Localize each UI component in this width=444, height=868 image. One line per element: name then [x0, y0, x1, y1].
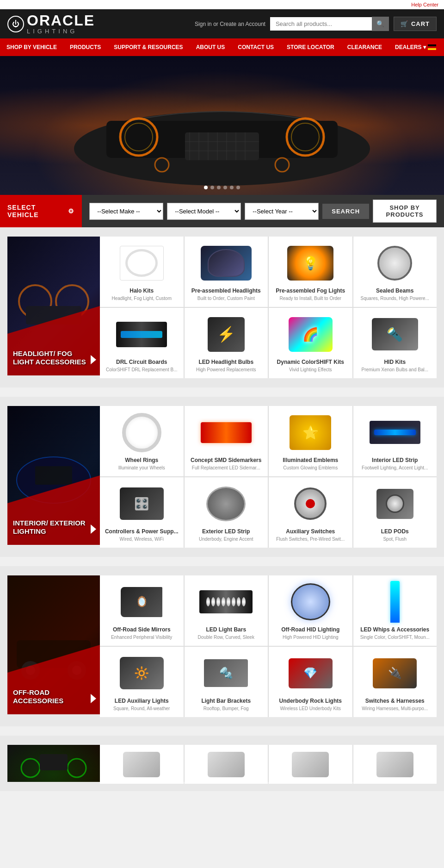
main-nav: SHOP BY VEHICLE PRODUCTS SUPPORT & RESOU…: [0, 38, 444, 56]
product-cell[interactable]: Sealed BeamsSquares, Rounds, High Powere…: [353, 237, 437, 307]
product-desc: Spot, Flush: [357, 536, 433, 542]
product-desc: High Powered Replacements: [188, 367, 265, 373]
product-name: Auxiliary Switches: [272, 528, 349, 535]
create-account-link[interactable]: Create an Account: [220, 21, 265, 27]
svg-rect-31: [40, 754, 68, 770]
product-cell[interactable]: [185, 745, 268, 784]
cart-button[interactable]: 🛒 CART: [394, 17, 437, 31]
nav-contact[interactable]: CONTACT US: [231, 38, 280, 56]
product-image: [104, 412, 180, 453]
product-cell[interactable]: [353, 745, 437, 784]
product-name: Off-Road Side Mirrors: [104, 626, 180, 633]
product-cell[interactable]: Interior LED StripFootwell Lighting, Acc…: [353, 406, 437, 476]
product-desc: Wireless LED Underbody Kits: [272, 706, 349, 712]
dot-1[interactable]: [204, 186, 208, 189]
nav-dealers[interactable]: DEALERS ▾: [388, 38, 443, 56]
product-desc: Vivid Lighting Effects: [272, 367, 349, 373]
product-image: 🌈: [272, 313, 349, 355]
product-cell[interactable]: LED Whips & AccessoriesSingle Color, Col…: [353, 575, 437, 646]
svg-point-30: [68, 759, 86, 777]
search-input[interactable]: [270, 17, 372, 31]
nav-store-locator[interactable]: STORE LOCATOR: [280, 38, 341, 56]
product-desc: Custom Glowing Emblems: [272, 465, 349, 471]
product-cell[interactable]: 🔆LED Auxiliary LightsSquare, Round, All-…: [100, 647, 184, 717]
make-select[interactable]: --Select Make --: [89, 203, 163, 220]
section-headlight: HEADLIGHT/ FOG LIGHT ACCESSORIESHalo Kit…: [0, 227, 444, 387]
banner-partial[interactable]: [7, 745, 100, 782]
product-desc: Illuminate your Wheels: [104, 465, 180, 471]
vehicle-select-header: SELECT VEHICLE ⚙: [0, 195, 82, 227]
dot-6[interactable]: [236, 186, 240, 189]
or-separator: or: [213, 21, 218, 27]
products-grid-interior: Wheel RingsIlluminate your WheelsConcept…: [100, 406, 437, 548]
help-center-link[interactable]: Help Center: [411, 2, 438, 7]
banner-headlight[interactable]: HEADLIGHT/ FOG LIGHT ACCESSORIES: [7, 237, 100, 375]
dot-4[interactable]: [223, 186, 227, 189]
product-cell[interactable]: 🌈Dynamic ColorSHIFT KitsVivid Lighting E…: [269, 308, 352, 378]
product-cell[interactable]: 🎛️Controllers & Power Supp...Wired, Wire…: [100, 477, 184, 548]
product-cell[interactable]: DRL Circuit BoardsColorSHIFT DRL Replace…: [100, 308, 184, 378]
nav-products[interactable]: PRODUCTS: [63, 38, 107, 56]
product-cell[interactable]: [100, 745, 184, 784]
product-cell[interactable]: 🪞Off-Road Side MirrorsEnhanced Periphera…: [100, 575, 184, 646]
product-name: Dynamic ColorSHIFT Kits: [272, 359, 349, 365]
vehicle-search-button[interactable]: SEARCH: [322, 204, 369, 219]
product-name: LED Headlight Bulbs: [188, 359, 265, 365]
product-name: Interior LED Strip: [357, 457, 433, 463]
product-cell[interactable]: Auxiliary SwitchesFlush Switches, Pre-Wi…: [269, 477, 352, 548]
nav-shop-vehicle[interactable]: SHOP BY VEHICLE: [0, 38, 63, 56]
year-select[interactable]: --Select Year --: [245, 203, 319, 220]
nav-about[interactable]: ABOUT US: [190, 38, 232, 56]
product-cell[interactable]: Exterior LED StripUnderbody, Engine Acce…: [185, 477, 268, 548]
product-cell[interactable]: Halo KitsHeadlight, Fog Light, Custom: [100, 237, 184, 307]
product-image: [104, 313, 180, 355]
svg-rect-16: [153, 160, 291, 172]
section-gap: [0, 726, 444, 736]
product-cell[interactable]: 🔦HID KitsPremium Xenon Bulbs and Bal...: [353, 308, 437, 378]
product-cell[interactable]: [269, 745, 352, 784]
svg-rect-2: [185, 132, 259, 160]
product-cell[interactable]: 💎Underbody Rock LightsWireless LED Under…: [269, 647, 352, 717]
product-image: 🎛️: [104, 483, 180, 525]
product-image: [188, 581, 265, 623]
product-image: [357, 483, 433, 525]
product-cell[interactable]: 🔌Switches & HarnessesWiring Harnesses, M…: [353, 647, 437, 717]
dot-5[interactable]: [230, 186, 234, 189]
banner-title-headlight: HEADLIGHT/ FOG LIGHT ACCESSORIES: [13, 350, 86, 366]
sign-in-link[interactable]: Sign in: [195, 21, 212, 27]
banner-interior[interactable]: INTERIOR/ EXTERIOR LIGHTING: [7, 406, 100, 545]
top-bar: Help Center: [0, 0, 444, 9]
product-cell[interactable]: LED Light BarsDouble Row, Curved, Sleek: [185, 575, 268, 646]
banner-offroad[interactable]: OFF-ROAD ACCESSORIES: [7, 575, 100, 714]
product-cell[interactable]: LED PODsSpot, Flush: [353, 477, 437, 548]
nav-support[interactable]: SUPPORT & RESOURCES: [107, 38, 189, 56]
section-gap: [0, 557, 444, 566]
section-interior: INTERIOR/ EXTERIOR LIGHTINGWheel RingsIl…: [0, 397, 444, 557]
select-vehicle-title: SELECT VEHICLE: [7, 204, 64, 219]
model-select[interactable]: --Select Model --: [167, 203, 241, 220]
product-cell[interactable]: ⭐Illuminated EmblemsCustom Glowing Emble…: [269, 406, 352, 476]
product-desc: Headlight, Fog Light, Custom: [104, 295, 180, 301]
product-cell[interactable]: Wheel RingsIlluminate your Wheels: [100, 406, 184, 476]
product-cell[interactable]: ⚡LED Headlight BulbsHigh Powered Replace…: [185, 308, 268, 378]
product-cell[interactable]: Concept SMD SidemarkersFull Replacement …: [185, 406, 268, 476]
dot-3[interactable]: [217, 186, 221, 189]
product-image: [272, 750, 349, 778]
car-svg: [60, 65, 384, 186]
nav-clearance[interactable]: CLEARANCE: [341, 38, 388, 56]
product-cell[interactable]: 💡Pre-assembled Fog LightsReady to Instal…: [269, 237, 352, 307]
product-name: Concept SMD Sidemarkers: [188, 457, 265, 463]
product-cell[interactable]: 🔩Light Bar BracketsRooftop, Bumper, Fog: [185, 647, 268, 717]
product-desc: Wired, Wireless, WiFi: [104, 536, 180, 542]
search-button[interactable]: 🔍: [372, 17, 389, 31]
product-cell[interactable]: Pre-assembled HeadlightsBuilt to Order, …: [185, 237, 268, 307]
product-desc: Ready to Install, Built to Order: [272, 295, 349, 301]
product-image: [104, 242, 180, 284]
shop-products-button[interactable]: SHOP BY PRODUCTS: [373, 200, 437, 223]
product-image: [357, 412, 433, 453]
product-desc: Wiring Harnesses, Multi-purpo...: [357, 706, 433, 712]
product-name: Pre-assembled Headlights: [188, 287, 265, 294]
logo[interactable]: ⏻ ORACLE LIGHTING: [7, 13, 95, 35]
product-cell[interactable]: Off-Road HID LightingHigh Powered HID Li…: [269, 575, 352, 646]
dot-2[interactable]: [210, 186, 214, 189]
